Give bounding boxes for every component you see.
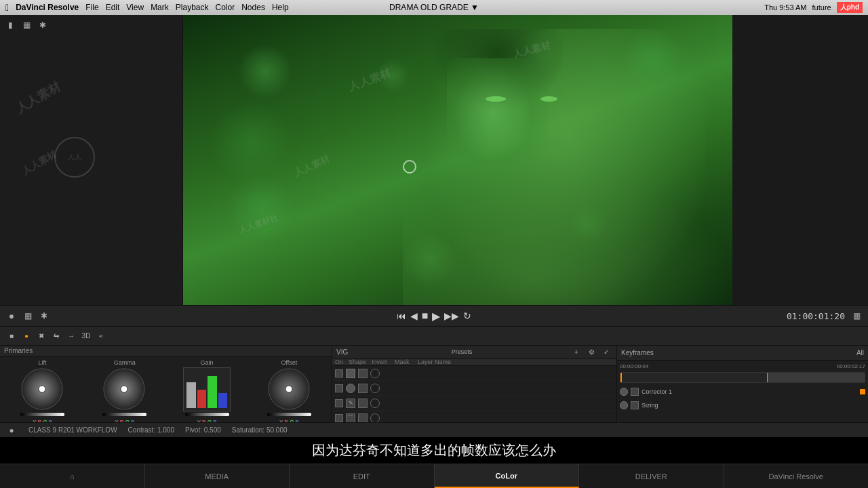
split-view-icon[interactable]: ✱ bbox=[37, 19, 49, 31]
right-mini-panel bbox=[732, 15, 868, 305]
row3-shape-pencil[interactable]: ✎ bbox=[346, 399, 355, 408]
header-shape: Shape bbox=[349, 359, 369, 365]
play-btn[interactable]: ▶ bbox=[432, 310, 440, 323]
subtitle-container: 因为达芬奇不知道多出的帧数应该怎么办 bbox=[0, 437, 868, 464]
status-icon[interactable]: ● bbox=[5, 424, 18, 436]
offset-slider[interactable] bbox=[267, 413, 311, 416]
menu-color[interactable]: Color bbox=[216, 3, 235, 12]
gamma-wheel-svg[interactable] bbox=[102, 367, 146, 411]
row1-invert[interactable] bbox=[358, 369, 368, 378]
nav-media-tab[interactable]: MEDIA bbox=[145, 464, 290, 488]
row2-invert[interactable] bbox=[358, 384, 368, 393]
kf-track-bar[interactable] bbox=[620, 372, 865, 383]
gain-bars[interactable] bbox=[183, 367, 231, 411]
gamma-slider[interactable] bbox=[102, 413, 146, 416]
timecode-display: 01:00:01:20 bbox=[787, 311, 845, 321]
nav-deliver-tab[interactable]: DELIVER bbox=[579, 464, 724, 488]
keyframes-panel: Keyframes All 00:00:00:04 00:00:02:17 bbox=[617, 346, 868, 422]
apple-logo[interactable]:  bbox=[5, 2, 9, 13]
row1-mask[interactable] bbox=[370, 369, 380, 378]
nav-color-tab[interactable]: CoLor bbox=[435, 464, 580, 488]
row2-mask[interactable] bbox=[370, 384, 380, 393]
viewer-icon-3[interactable]: ✱ bbox=[38, 310, 50, 322]
menu-edit[interactable]: Edit bbox=[106, 3, 120, 12]
menu-app[interactable]: DaVinci Resolve bbox=[16, 3, 79, 12]
next-frame-btn[interactable]: ▶▶ bbox=[444, 310, 459, 321]
window-row-1 bbox=[332, 366, 616, 381]
row2-shape-circle[interactable] bbox=[346, 384, 355, 393]
row4-invert[interactable] bbox=[358, 413, 368, 423]
viewer-left-icons: ● ▦ ✱ bbox=[5, 310, 50, 322]
row3-mask[interactable] bbox=[370, 399, 380, 408]
vig-settings-btn[interactable]: ⚙ bbox=[585, 346, 597, 358]
bokeh-1 bbox=[238, 44, 292, 98]
node-icon-fx[interactable]: ≈ bbox=[95, 330, 107, 342]
row3-invert[interactable] bbox=[358, 399, 368, 408]
loop-btn[interactable]: ↻ bbox=[463, 310, 471, 321]
kf-sizing-row: Sizing bbox=[620, 399, 865, 411]
row4-on[interactable] bbox=[335, 414, 343, 422]
kf-sizing-name: Sizing bbox=[642, 402, 658, 409]
lift-slider[interactable] bbox=[20, 413, 64, 416]
vig-add-btn[interactable]: + bbox=[570, 346, 583, 358]
nav-edit-tab[interactable]: EDIT bbox=[290, 464, 435, 488]
node-icon-4[interactable]: ⇆ bbox=[50, 330, 62, 342]
row3-on[interactable] bbox=[335, 399, 343, 407]
wm-video-2: 人人素材 bbox=[292, 152, 332, 180]
single-view-icon[interactable]: ▮ bbox=[4, 19, 16, 31]
kf-corrector-row: Corrector 1 bbox=[620, 386, 865, 398]
node-icon-1[interactable]: ■ bbox=[5, 330, 18, 342]
pivot-display: Pivot: 0.500 bbox=[185, 426, 221, 434]
row1-shape-square[interactable] bbox=[346, 369, 355, 378]
menu-mark[interactable]: Mark bbox=[151, 3, 169, 12]
window-row-4: ⌒ bbox=[332, 411, 616, 422]
svg-point-3 bbox=[121, 386, 127, 392]
nav-davinci-tab[interactable]: DaVinci Resolve bbox=[724, 464, 869, 488]
menu-help[interactable]: Help bbox=[272, 3, 289, 12]
goto-start-btn[interactable]: ⏮ bbox=[397, 310, 406, 321]
node-icon-3d[interactable]: 3D bbox=[80, 330, 92, 342]
gain-white-bar bbox=[186, 382, 196, 409]
presets-label: Presets bbox=[356, 348, 568, 355]
status-bar: ● CLASS 9 R201 WORKFLOW Contrast: 1.000 … bbox=[0, 422, 868, 437]
saturation-display: Saturation: 50.000 bbox=[232, 426, 288, 434]
offset-wheel-svg[interactable] bbox=[267, 367, 311, 411]
menu-file[interactable]: File bbox=[85, 3, 98, 12]
menu-playback[interactable]: Playback bbox=[176, 3, 209, 12]
row2-on[interactable] bbox=[335, 384, 343, 392]
keyframes-all: All bbox=[856, 349, 864, 357]
shoulder-area bbox=[403, 169, 732, 305]
node-icon-5[interactable]: → bbox=[65, 330, 77, 342]
kf-marker-1 bbox=[860, 389, 865, 394]
vig-check-btn[interactable]: ✓ bbox=[600, 346, 612, 358]
grid-view-icon[interactable]: ▦ bbox=[20, 19, 33, 31]
menu-nodes[interactable]: Nodes bbox=[241, 3, 265, 12]
video-frame: 人人素材 人人素材 人人素材 人人素材社 bbox=[183, 15, 732, 305]
menu-view[interactable]: View bbox=[126, 3, 144, 12]
primaries-label: Primaries bbox=[0, 346, 332, 357]
fullscreen-icon[interactable]: ▦ bbox=[850, 310, 863, 322]
lift-wheel-svg[interactable] bbox=[20, 367, 64, 411]
node-icon-3[interactable]: ✖ bbox=[35, 330, 47, 342]
watermark-badge: 人phd bbox=[837, 2, 863, 13]
node-icon-2[interactable]: ● bbox=[20, 330, 33, 342]
kf-sizing-dot bbox=[620, 401, 628, 409]
header-invert: Invert bbox=[372, 359, 392, 365]
row4-shape-curve[interactable]: ⌒ bbox=[346, 413, 355, 423]
viewer-icon-1[interactable]: ● bbox=[5, 310, 18, 322]
nav-tabs[interactable]: ⌂ MEDIA EDIT CoLor DELIVER DaVinci Resol… bbox=[0, 464, 868, 488]
row1-on[interactable] bbox=[335, 369, 343, 378]
header-on: On bbox=[335, 359, 346, 365]
vig-toolbar: VIG Presets + ⚙ ✓ bbox=[332, 346, 616, 359]
nav-home[interactable]: ⌂ bbox=[0, 464, 145, 488]
kf-corrector-check1[interactable] bbox=[631, 388, 639, 396]
cursor-indicator[interactable] bbox=[403, 160, 416, 174]
prev-frame-btn[interactable]: ◀ bbox=[410, 310, 418, 321]
stop-btn[interactable]: ■ bbox=[422, 310, 429, 322]
viewer-icon-2[interactable]: ▦ bbox=[22, 310, 34, 322]
gain-slider[interactable] bbox=[185, 413, 229, 416]
kf-sizing-check[interactable] bbox=[631, 401, 639, 409]
subtitle-text: 因为达芬奇不知道多出的帧数应该怎么办 bbox=[312, 443, 556, 458]
vig-headers: On Shape Invert Mask Layer Name bbox=[332, 359, 616, 366]
row4-mask[interactable] bbox=[370, 413, 380, 423]
